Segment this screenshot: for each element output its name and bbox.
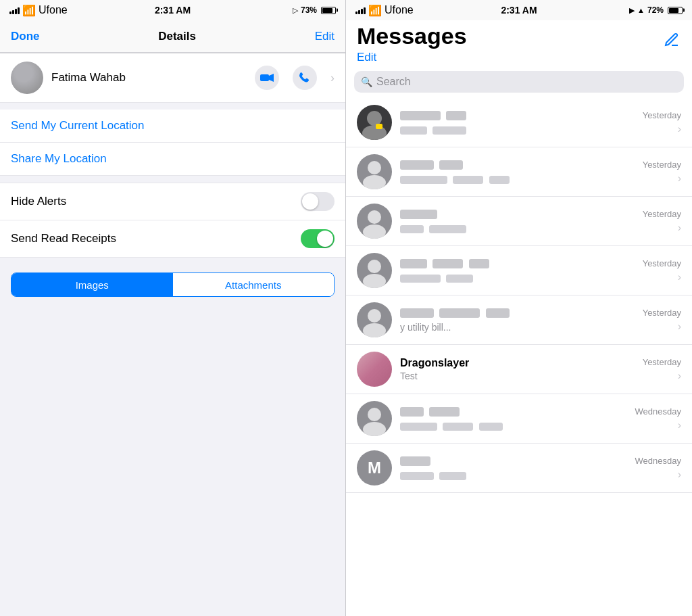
hide-alerts-toggle[interactable] — [301, 192, 335, 211]
msg-chevron-2: › — [678, 172, 681, 185]
left-battery-group: ▷ 73% — [293, 5, 336, 15]
compose-button[interactable] — [662, 30, 681, 49]
msg-name-row-1 — [400, 109, 635, 121]
message-item-4[interactable]: Yesterday › — [346, 246, 692, 295]
search-icon: 🔍 — [361, 76, 372, 87]
msg-meta-3: Yesterday › — [643, 209, 681, 234]
msg-preview-5: y utility bill... — [400, 321, 635, 333]
msg-time-4: Yesterday — [643, 258, 681, 268]
right-status-bar: 📶 Ufone 2:31 AM ▶ ▲ 72% — [346, 0, 692, 20]
right-panel: 📶 Ufone 2:31 AM ▶ ▲ 72% Messages Edit 🔍 — [346, 0, 692, 616]
video-call-button[interactable] — [255, 66, 279, 90]
right-wifi-icon: 📶 — [368, 4, 382, 17]
preview-block-3b — [429, 225, 466, 233]
avatar-7 — [357, 401, 392, 436]
avatar-8: M — [357, 450, 392, 485]
search-bar[interactable]: 🔍 Search — [354, 71, 684, 93]
avatar-4 — [357, 253, 392, 288]
send-read-receipts-toggle[interactable] — [301, 229, 335, 248]
name-block-7b — [429, 407, 460, 417]
msg-preview-7 — [400, 420, 627, 432]
name-block-3a — [400, 210, 437, 219]
msg-chevron-8: › — [678, 469, 681, 481]
hide-alerts-knob — [302, 193, 318, 210]
person-icon-4 — [357, 253, 392, 288]
msg-name-row-2 — [400, 158, 635, 170]
left-panel: 📶 Ufone 2:31 AM ▷ 73% Done Details Edit … — [0, 0, 346, 616]
edit-button-left[interactable]: Edit — [315, 30, 335, 43]
message-content-1 — [400, 109, 635, 136]
msg-meta-7: Wednesday › — [635, 406, 681, 431]
msg-chevron-7: › — [678, 419, 681, 431]
contact-row: Fatima Wahab › — [0, 53, 345, 103]
svg-point-10 — [363, 274, 386, 288]
right-location-icon: ▲ — [637, 6, 645, 14]
message-content-8 — [400, 454, 627, 481]
msg-preview-1 — [400, 124, 635, 136]
msg-time-3: Yesterday — [643, 209, 681, 219]
preview-block-7b — [443, 423, 473, 431]
location-icon: ▷ — [293, 6, 298, 15]
msg-meta-6: Yesterday › — [643, 357, 681, 382]
svg-point-3 — [362, 125, 387, 140]
contact-avatar — [11, 62, 43, 94]
svg-point-6 — [363, 175, 386, 189]
left-carrier-group: 📶 Ufone — [9, 4, 68, 17]
done-button[interactable]: Done — [11, 30, 40, 43]
images-tab[interactable]: Images — [11, 273, 173, 296]
msg-name-6: Dragonslayer — [400, 357, 635, 369]
message-item-2[interactable]: Yesterday › — [346, 147, 692, 197]
msg-time-5: Yesterday — [643, 308, 681, 318]
send-location-item[interactable]: Send My Current Location — [0, 110, 345, 143]
left-time: 2:31 AM — [155, 5, 191, 16]
person-icon-7 — [357, 401, 392, 436]
msg-chevron-3: › — [678, 222, 681, 234]
msg-meta-8: Wednesday › — [635, 456, 681, 481]
name-block-4b — [432, 259, 463, 268]
video-camera-icon — [260, 73, 274, 82]
preview-text-5: y utility bill... — [400, 322, 451, 333]
share-location-label: Share My Location — [11, 152, 107, 166]
msg-preview-4 — [400, 272, 635, 284]
preview-block-2c — [489, 176, 510, 184]
svg-point-8 — [363, 224, 386, 239]
avatar-2 — [357, 154, 392, 189]
images-content-area — [0, 305, 345, 616]
message-item-6[interactable]: Dragonslayer Test Yesterday › — [346, 345, 692, 394]
contact-chevron-icon: › — [330, 71, 335, 85]
svg-point-7 — [368, 210, 381, 224]
send-read-receipts-row: Send Read Receipts — [0, 220, 345, 257]
message-content-5: y utility bill... — [400, 306, 635, 333]
preview-block-8a — [400, 472, 434, 480]
msg-name-row-8 — [400, 454, 627, 467]
messages-title: Messages — [357, 23, 467, 49]
right-carrier-group: 📶 Ufone — [355, 4, 414, 17]
right-edit-button[interactable]: Edit — [357, 51, 376, 64]
message-item-1[interactable]: Yesterday › — [346, 98, 692, 147]
name-block-5c — [486, 308, 510, 318]
msg-name-row-5 — [400, 306, 635, 318]
share-location-item[interactable]: Share My Location — [0, 143, 345, 176]
name-block-5b — [439, 308, 480, 318]
message-item-7[interactable]: Wednesday › — [346, 394, 692, 444]
phone-call-button[interactable] — [293, 66, 317, 90]
preview-block-7a — [400, 423, 437, 431]
name-block-2a — [400, 160, 434, 170]
msg-preview-6: Test — [400, 371, 635, 381]
avatar-image — [11, 62, 43, 94]
msg-preview-3 — [400, 222, 635, 235]
contact-name: Fatima Wahab — [51, 71, 247, 85]
wifi-icon: 📶 — [22, 4, 36, 17]
battery-icon-right — [668, 7, 683, 14]
avatar-5 — [357, 302, 392, 337]
message-item-3[interactable]: Yesterday › — [346, 197, 692, 246]
message-item-5[interactable]: y utility bill... Yesterday › — [346, 295, 692, 345]
attachments-tab[interactable]: Attachments — [173, 273, 335, 296]
right-carrier-label: Ufone — [385, 4, 414, 16]
person-icon-5 — [357, 302, 392, 337]
preview-block-3a — [400, 225, 424, 233]
message-item-8[interactable]: M Wednesday › — [346, 444, 692, 493]
right-edit-row: Edit — [346, 51, 692, 67]
msg-meta-4: Yesterday › — [643, 258, 681, 283]
message-list: Yesterday › — [346, 98, 692, 616]
